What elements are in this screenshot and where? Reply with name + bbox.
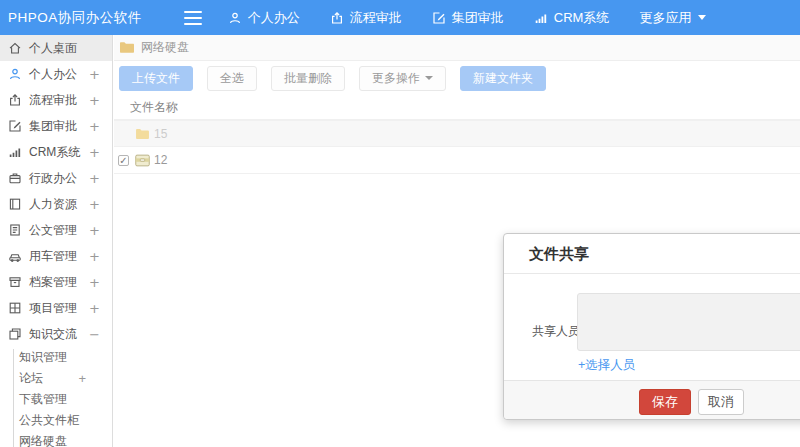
sidebar: 个人桌面 个人办公 + 流程审批 + 集团审批 + CRM系统 + 行政办公 +: [0, 35, 113, 447]
expand-plus[interactable]: +: [89, 67, 100, 82]
new-folder-button[interactable]: 新建文件夹: [460, 66, 546, 91]
file-name[interactable]: 15: [154, 127, 167, 141]
edit-icon: [8, 119, 22, 133]
approval-flow-icon: [8, 93, 22, 107]
expand-plus[interactable]: +: [89, 301, 100, 316]
home-icon: [8, 41, 22, 55]
file-table-header: 文件名称: [114, 95, 800, 120]
share-members-field[interactable]: [577, 293, 800, 351]
expand-plus[interactable]: +: [89, 145, 100, 160]
table-row-folder-15[interactable]: 15: [114, 120, 800, 147]
file-table: 文件名称 15 ✓ 12: [114, 95, 800, 174]
sidebar-item-admin-office[interactable]: 行政办公 +: [0, 165, 112, 191]
knowledge-submenu: 知识管理 论坛 + 下载管理 公共文件柜 网络硬盘: [0, 347, 112, 447]
breadcrumb: 网络硬盘: [114, 35, 800, 61]
book-icon: [8, 197, 22, 211]
sidebar-item-workflow-approval[interactable]: 流程审批 +: [0, 87, 112, 113]
topnav-group-approval[interactable]: 集团审批: [432, 9, 504, 27]
caret-down-icon: [698, 15, 706, 20]
expand-plus[interactable]: +: [89, 249, 100, 264]
select-all-button[interactable]: 全选: [207, 66, 257, 91]
sidebar-item-hr[interactable]: 人力资源 +: [0, 191, 112, 217]
sidebar-subitem-download-mgmt[interactable]: 下载管理: [0, 389, 112, 410]
sidebar-subitem-forum[interactable]: 论坛 +: [0, 368, 112, 389]
sidebar-item-crm[interactable]: CRM系统 +: [0, 139, 112, 165]
sidebar-item-group-approval[interactable]: 集团审批 +: [0, 113, 112, 139]
hamburger-menu-icon[interactable]: [184, 11, 202, 25]
expand-plus[interactable]: +: [89, 197, 100, 212]
expand-plus[interactable]: +: [89, 171, 100, 186]
table-row-file-12[interactable]: ✓ 12: [114, 147, 800, 174]
approval-flow-icon: [330, 11, 344, 25]
topnav-more-apps[interactable]: 更多应用: [639, 9, 706, 27]
car-icon: [8, 249, 22, 263]
document-icon: [8, 223, 22, 237]
save-button[interactable]: 保存: [639, 389, 691, 415]
expand-plus[interactable]: +: [89, 93, 100, 108]
modal-header: 文件共享: [504, 234, 800, 274]
expand-plus[interactable]: +: [89, 119, 100, 134]
sidebar-subitem-knowledge-mgmt[interactable]: 知识管理: [0, 347, 112, 368]
app-window: PHPOA协同办公软件 个人办公 流程审批 集团审批 CRM系统 更多应用: [0, 0, 800, 447]
file-toolbar: 上传文件 全选 批量删除 更多操作 新建文件夹: [114, 61, 800, 95]
sidebar-item-archive-mgmt[interactable]: 档案管理 +: [0, 269, 112, 295]
upload-file-button[interactable]: 上传文件: [119, 66, 193, 91]
folder-icon: [135, 128, 150, 140]
cancel-button[interactable]: 取消: [698, 389, 744, 415]
modal-title: 文件共享: [529, 245, 589, 264]
modal-footer: 保存 取消: [504, 380, 800, 419]
sidebar-item-vehicle-mgmt[interactable]: 用车管理 +: [0, 243, 112, 269]
sidebar-item-knowledge-exchange[interactable]: 知识交流 −: [0, 321, 112, 347]
batch-delete-button[interactable]: 批量删除: [271, 66, 345, 91]
row-checkbox[interactable]: ✓: [118, 155, 129, 166]
user-icon: [228, 11, 242, 25]
sidebar-item-personal-desktop[interactable]: 个人桌面: [0, 35, 112, 61]
file-share-modal: 文件共享 共享人员 +选择人员 保存 取消: [503, 233, 800, 420]
topnav-personal-office[interactable]: 个人办公: [228, 9, 300, 27]
folder-icon: [119, 41, 135, 54]
grid-icon: [8, 301, 22, 315]
briefcase-icon: [8, 171, 22, 185]
edit-icon: [432, 11, 446, 25]
expand-plus[interactable]: +: [78, 371, 86, 386]
file-name[interactable]: 12: [154, 153, 167, 167]
copy-icon: [8, 327, 22, 341]
topnav-workflow-approval[interactable]: 流程审批: [330, 9, 402, 27]
sidebar-subitem-network-disk[interactable]: 网络硬盘: [0, 431, 112, 447]
app-logo: PHPOA协同办公软件: [0, 9, 142, 27]
expand-plus[interactable]: +: [89, 223, 100, 238]
archive-file-icon: [135, 154, 150, 167]
column-file-name: 文件名称: [130, 99, 178, 116]
bar-chart-icon: [8, 145, 22, 159]
bar-chart-icon: [534, 11, 548, 25]
topbar: PHPOA协同办公软件 个人办公 流程审批 集团审批 CRM系统 更多应用: [0, 0, 800, 35]
user-icon: [8, 67, 22, 81]
breadcrumb-current[interactable]: 网络硬盘: [141, 39, 189, 56]
more-operations-button[interactable]: 更多操作: [359, 66, 446, 91]
topnav-crm[interactable]: CRM系统: [534, 9, 610, 27]
expand-minus[interactable]: −: [89, 327, 100, 342]
caret-down-icon: [425, 76, 433, 80]
sidebar-item-document-mgmt[interactable]: 公文管理 +: [0, 217, 112, 243]
choose-members-link[interactable]: +选择人员: [578, 357, 635, 374]
sidebar-item-personal-office[interactable]: 个人办公 +: [0, 61, 112, 87]
expand-plus[interactable]: +: [89, 275, 100, 290]
share-members-label: 共享人员: [532, 323, 580, 340]
archive-icon: [8, 275, 22, 289]
top-nav: 个人办公 流程审批 集团审批 CRM系统 更多应用: [228, 9, 737, 27]
sidebar-item-project-mgmt[interactable]: 项目管理 +: [0, 295, 112, 321]
sidebar-subitem-public-cabinet[interactable]: 公共文件柜: [0, 410, 112, 431]
